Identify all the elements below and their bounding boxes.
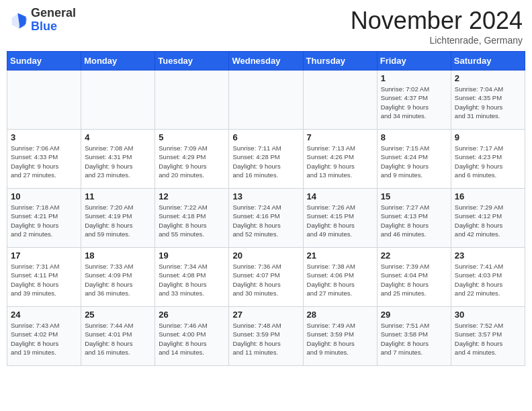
day-number: 22 <box>381 250 447 261</box>
day-info: Sunrise: 7:02 AM Sunset: 4:37 PM Dayligh… <box>381 85 447 120</box>
day-number: 4 <box>85 132 151 142</box>
calendar-cell: 16Sunrise: 7:29 AM Sunset: 4:12 PM Dayli… <box>451 189 525 248</box>
day-info: Sunrise: 7:08 AM Sunset: 4:31 PM Dayligh… <box>85 144 151 179</box>
day-info: Sunrise: 7:20 AM Sunset: 4:19 PM Dayligh… <box>85 203 151 238</box>
calendar-cell: 30Sunrise: 7:52 AM Sunset: 3:57 PM Dayli… <box>451 307 525 366</box>
day-number: 26 <box>159 310 225 320</box>
calendar-cell: 15Sunrise: 7:27 AM Sunset: 4:13 PM Dayli… <box>377 189 451 248</box>
logo-icon <box>9 11 28 30</box>
calendar-cell <box>229 71 303 130</box>
calendar-cell: 27Sunrise: 7:48 AM Sunset: 3:59 PM Dayli… <box>229 307 303 366</box>
page-header: General Blue November 2024 Lichtenrade, … <box>7 7 525 46</box>
calendar-cell: 9Sunrise: 7:17 AM Sunset: 4:23 PM Daylig… <box>451 130 525 189</box>
day-info: Sunrise: 7:11 AM Sunset: 4:28 PM Dayligh… <box>232 144 299 179</box>
calendar-cell: 18Sunrise: 7:33 AM Sunset: 4:09 PM Dayli… <box>81 248 155 307</box>
calendar-cell: 23Sunrise: 7:41 AM Sunset: 4:03 PM Dayli… <box>451 248 525 307</box>
day-number: 16 <box>455 191 521 201</box>
day-info: Sunrise: 7:15 AM Sunset: 4:24 PM Dayligh… <box>381 144 447 179</box>
weekday-header-thursday: Thursday <box>303 52 377 71</box>
day-info: Sunrise: 7:33 AM Sunset: 4:09 PM Dayligh… <box>85 262 151 298</box>
calendar-cell: 8Sunrise: 7:15 AM Sunset: 4:24 PM Daylig… <box>377 130 451 189</box>
calendar-cell: 21Sunrise: 7:38 AM Sunset: 4:06 PM Dayli… <box>303 248 377 307</box>
weekday-header-saturday: Saturday <box>451 52 525 71</box>
month-title: November 2024 <box>351 7 523 35</box>
day-info: Sunrise: 7:44 AM Sunset: 4:01 PM Dayligh… <box>85 321 151 357</box>
day-number: 28 <box>307 310 373 320</box>
day-number: 20 <box>232 250 299 261</box>
calendar-cell: 20Sunrise: 7:36 AM Sunset: 4:07 PM Dayli… <box>229 248 303 307</box>
calendar-cell: 2Sunrise: 7:04 AM Sunset: 4:35 PM Daylig… <box>451 71 525 130</box>
day-number: 19 <box>159 250 225 261</box>
calendar-cell <box>303 71 377 130</box>
calendar-cell: 12Sunrise: 7:22 AM Sunset: 4:18 PM Dayli… <box>155 189 229 248</box>
calendar-cell: 17Sunrise: 7:31 AM Sunset: 4:11 PM Dayli… <box>7 248 81 307</box>
calendar-cell: 28Sunrise: 7:49 AM Sunset: 3:59 PM Dayli… <box>303 307 377 366</box>
day-info: Sunrise: 7:17 AM Sunset: 4:23 PM Dayligh… <box>455 144 521 179</box>
day-info: Sunrise: 7:52 AM Sunset: 3:57 PM Dayligh… <box>455 321 521 357</box>
day-number: 7 <box>307 132 373 142</box>
day-number: 5 <box>159 132 225 142</box>
calendar-cell <box>81 71 155 130</box>
day-info: Sunrise: 7:46 AM Sunset: 4:00 PM Dayligh… <box>159 321 225 357</box>
calendar-cell: 26Sunrise: 7:46 AM Sunset: 4:00 PM Dayli… <box>155 307 229 366</box>
logo-general-text: General <box>31 6 76 19</box>
location-text: Lichtenrade, Germany <box>351 35 523 46</box>
calendar-cell: 19Sunrise: 7:34 AM Sunset: 4:08 PM Dayli… <box>155 248 229 307</box>
day-number: 23 <box>455 250 521 261</box>
day-number: 1 <box>381 73 447 83</box>
day-info: Sunrise: 7:41 AM Sunset: 4:03 PM Dayligh… <box>455 262 521 298</box>
calendar-table: SundayMondayTuesdayWednesdayThursdayFrid… <box>7 51 525 366</box>
calendar-cell: 22Sunrise: 7:39 AM Sunset: 4:04 PM Dayli… <box>377 248 451 307</box>
logo: General Blue <box>9 7 76 34</box>
day-number: 3 <box>11 132 77 142</box>
weekday-header-tuesday: Tuesday <box>155 52 229 71</box>
weekday-header-row: SundayMondayTuesdayWednesdayThursdayFrid… <box>7 52 525 71</box>
calendar-cell: 3Sunrise: 7:06 AM Sunset: 4:33 PM Daylig… <box>7 130 81 189</box>
day-number: 2 <box>455 73 521 83</box>
calendar-cell <box>155 71 229 130</box>
calendar-cell: 14Sunrise: 7:26 AM Sunset: 4:15 PM Dayli… <box>303 189 377 248</box>
calendar-cell: 13Sunrise: 7:24 AM Sunset: 4:16 PM Dayli… <box>229 189 303 248</box>
day-number: 25 <box>85 310 151 320</box>
calendar-week-4: 17Sunrise: 7:31 AM Sunset: 4:11 PM Dayli… <box>7 248 525 307</box>
day-info: Sunrise: 7:26 AM Sunset: 4:15 PM Dayligh… <box>307 203 373 238</box>
day-info: Sunrise: 7:38 AM Sunset: 4:06 PM Dayligh… <box>307 262 373 298</box>
calendar-cell: 5Sunrise: 7:09 AM Sunset: 4:29 PM Daylig… <box>155 130 229 189</box>
day-info: Sunrise: 7:18 AM Sunset: 4:21 PM Dayligh… <box>11 203 77 238</box>
day-number: 15 <box>381 191 447 201</box>
calendar-cell: 6Sunrise: 7:11 AM Sunset: 4:28 PM Daylig… <box>229 130 303 189</box>
day-number: 9 <box>455 132 521 142</box>
calendar-cell: 11Sunrise: 7:20 AM Sunset: 4:19 PM Dayli… <box>81 189 155 248</box>
calendar-cell <box>7 71 81 130</box>
day-number: 24 <box>11 310 77 320</box>
day-number: 30 <box>455 310 521 320</box>
day-number: 10 <box>11 191 77 201</box>
calendar-cell: 7Sunrise: 7:13 AM Sunset: 4:26 PM Daylig… <box>303 130 377 189</box>
day-info: Sunrise: 7:06 AM Sunset: 4:33 PM Dayligh… <box>11 144 77 179</box>
day-info: Sunrise: 7:22 AM Sunset: 4:18 PM Dayligh… <box>159 203 225 238</box>
logo-blue-text: Blue <box>31 19 57 33</box>
day-info: Sunrise: 7:31 AM Sunset: 4:11 PM Dayligh… <box>11 262 77 298</box>
day-info: Sunrise: 7:43 AM Sunset: 4:02 PM Dayligh… <box>11 321 77 357</box>
day-info: Sunrise: 7:48 AM Sunset: 3:59 PM Dayligh… <box>232 321 299 357</box>
day-number: 29 <box>381 310 447 320</box>
day-info: Sunrise: 7:13 AM Sunset: 4:26 PM Dayligh… <box>307 144 373 179</box>
day-info: Sunrise: 7:29 AM Sunset: 4:12 PM Dayligh… <box>455 203 521 238</box>
weekday-header-monday: Monday <box>81 52 155 71</box>
day-info: Sunrise: 7:34 AM Sunset: 4:08 PM Dayligh… <box>159 262 225 298</box>
calendar-week-2: 3Sunrise: 7:06 AM Sunset: 4:33 PM Daylig… <box>7 130 525 189</box>
calendar-cell: 25Sunrise: 7:44 AM Sunset: 4:01 PM Dayli… <box>81 307 155 366</box>
weekday-header-sunday: Sunday <box>7 52 81 71</box>
day-info: Sunrise: 7:27 AM Sunset: 4:13 PM Dayligh… <box>381 203 447 238</box>
calendar-cell: 4Sunrise: 7:08 AM Sunset: 4:31 PM Daylig… <box>81 130 155 189</box>
day-number: 18 <box>85 250 151 261</box>
calendar-week-5: 24Sunrise: 7:43 AM Sunset: 4:02 PM Dayli… <box>7 307 525 366</box>
day-number: 11 <box>85 191 151 201</box>
day-number: 12 <box>159 191 225 201</box>
day-number: 17 <box>11 250 77 261</box>
day-info: Sunrise: 7:24 AM Sunset: 4:16 PM Dayligh… <box>232 203 299 238</box>
day-number: 21 <box>307 250 373 261</box>
day-info: Sunrise: 7:36 AM Sunset: 4:07 PM Dayligh… <box>232 262 299 298</box>
weekday-header-wednesday: Wednesday <box>229 52 303 71</box>
calendar-cell: 1Sunrise: 7:02 AM Sunset: 4:37 PM Daylig… <box>377 71 451 130</box>
